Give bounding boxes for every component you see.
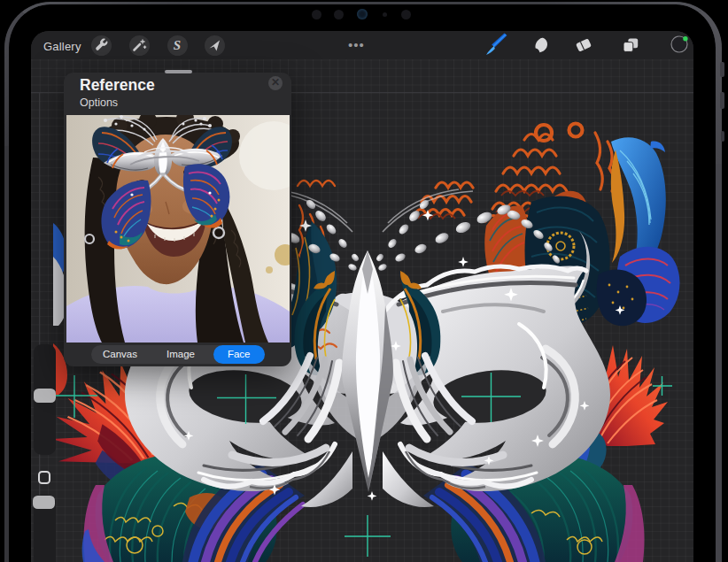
svg-text:S: S bbox=[174, 38, 181, 52]
